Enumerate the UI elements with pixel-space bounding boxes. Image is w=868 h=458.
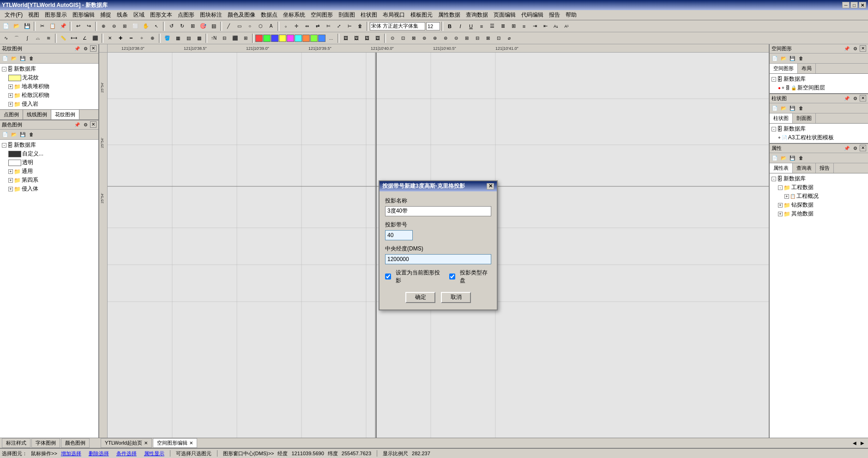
pp-del[interactable]: 🗑 bbox=[27, 54, 36, 63]
tb-spline[interactable]: ⌒ bbox=[12, 33, 22, 43]
tb-color1[interactable] bbox=[255, 35, 263, 42]
color-item2-expand[interactable]: + bbox=[8, 169, 13, 174]
col-pin[interactable]: 📌 bbox=[843, 95, 850, 102]
tb-snap[interactable]: 🎯 bbox=[198, 21, 208, 31]
pattern-tree-root[interactable]: - 🗄 新数据库 bbox=[1, 65, 97, 73]
dialog-name-input[interactable] bbox=[385, 206, 491, 216]
tb-snap7[interactable]: ⊝ bbox=[451, 33, 461, 43]
pattern-panel-pin[interactable]: 📌 bbox=[73, 45, 81, 53]
tab-font-example[interactable]: 字体图例 bbox=[31, 438, 60, 448]
tb-draw-rect[interactable]: ▭ bbox=[234, 21, 244, 31]
tb-zoom-ext[interactable]: ⬜ bbox=[130, 21, 140, 31]
tb-select[interactable]: ↖ bbox=[151, 21, 162, 31]
tb-align-l[interactable]: ≡ bbox=[476, 21, 487, 31]
spatial-root[interactable]: - 🗄 新数据库 bbox=[771, 75, 867, 83]
sp-tab-spatial[interactable]: 空间图形 bbox=[770, 64, 798, 73]
tb-color5[interactable] bbox=[287, 35, 294, 42]
tb-indent[interactable]: ⇥ bbox=[530, 21, 540, 31]
tb-mline[interactable]: ≋ bbox=[43, 33, 54, 43]
attr-item-0[interactable]: - 📁 工程数据 bbox=[777, 183, 867, 192]
tb-color4[interactable] bbox=[279, 35, 286, 42]
tb-rotate-right[interactable]: ↻ bbox=[177, 21, 187, 31]
status-condition-select[interactable]: 条件选择 bbox=[116, 450, 137, 457]
map-canvas[interactable]: 按据带号新建3度高斯-克里格投影 ✕ 投影名称 投影带号 bbox=[108, 53, 769, 438]
col-close[interactable]: ✕ bbox=[860, 95, 866, 101]
status-remove-select[interactable]: 删除选择 bbox=[89, 450, 109, 457]
tb-snap4[interactable]: ⊚ bbox=[419, 33, 429, 43]
tb-paste[interactable]: 📌 bbox=[58, 21, 68, 31]
tab-point-example[interactable]: 点图例 bbox=[0, 110, 23, 119]
tb-snap10[interactable]: ⊠ bbox=[483, 33, 493, 43]
attr-tab-report[interactable]: 报告 bbox=[816, 163, 834, 173]
dialog-checkbox1[interactable] bbox=[385, 274, 391, 280]
attr-item-1[interactable]: + 📁 钻探数据 bbox=[777, 201, 867, 209]
dialog-cancel-btn[interactable]: 取消 bbox=[441, 292, 471, 303]
tb-bezier[interactable]: ∫ bbox=[22, 33, 32, 43]
tb-legend[interactable]: ⊟ bbox=[219, 33, 229, 43]
color-item-4[interactable]: + 📁 侵入体 bbox=[7, 184, 97, 193]
status-add-select[interactable]: 增加选择 bbox=[61, 450, 81, 457]
col-save[interactable]: 💾 bbox=[788, 104, 796, 113]
tab-line-example[interactable]: 线线图例 bbox=[23, 110, 51, 119]
tb-area-m[interactable]: ⬛ bbox=[90, 33, 100, 43]
cp-save[interactable]: 💾 bbox=[18, 131, 27, 139]
color-item4-expand[interactable]: + bbox=[8, 187, 13, 191]
tab-pattern-example[interactable]: 花纹图例 bbox=[51, 110, 79, 119]
pattern-panel-gear[interactable]: ⚙ bbox=[82, 45, 89, 53]
tb-pattern[interactable]: ▩ bbox=[194, 33, 204, 43]
tb-grid2[interactable]: ⊞ bbox=[241, 33, 251, 43]
menu-layout[interactable]: 布局视口 bbox=[380, 10, 408, 20]
sp-tab-layout[interactable]: 布局 bbox=[798, 64, 816, 73]
tb-open[interactable]: 📂 bbox=[12, 21, 22, 31]
tab-ytl-start[interactable]: YTLWorld起始页 ✕ bbox=[101, 438, 152, 448]
attr-pin[interactable]: 📌 bbox=[843, 145, 850, 152]
sp-save[interactable]: 💾 bbox=[788, 54, 796, 63]
tb-cross[interactable]: ✕ bbox=[105, 33, 115, 43]
pp-open[interactable]: 📂 bbox=[10, 54, 18, 63]
tb-pan[interactable]: ✋ bbox=[141, 21, 151, 31]
menu-section[interactable]: 剖面图 bbox=[336, 10, 358, 20]
color-tree-root[interactable]: - 🗄 新数据库 bbox=[1, 141, 97, 149]
menu-report[interactable]: 报告 bbox=[546, 10, 563, 20]
font-selector[interactable] bbox=[370, 22, 425, 30]
menu-attrib[interactable]: 属性数据 bbox=[435, 10, 463, 20]
tb-color9[interactable] bbox=[318, 35, 326, 42]
col-tab-sec[interactable]: 剖面图 bbox=[793, 113, 816, 123]
tb-node[interactable]: ⬦ bbox=[281, 21, 291, 31]
tb-plus[interactable]: ✚ bbox=[115, 33, 126, 43]
status-property-display[interactable]: 属性显示 bbox=[144, 450, 164, 457]
tb-img1[interactable]: 🖼 bbox=[341, 33, 351, 43]
tb-zoom-out[interactable]: ⊖ bbox=[109, 21, 119, 31]
tb-snap5[interactable]: ⊛ bbox=[430, 33, 440, 43]
spatial-root-expand[interactable]: - bbox=[772, 77, 776, 82]
tb-new[interactable]: 📄 bbox=[1, 21, 11, 31]
sp-gear[interactable]: ⚙ bbox=[851, 45, 859, 53]
menu-spatial[interactable]: 空间图形 bbox=[308, 10, 336, 20]
tb-grid[interactable]: ⊞ bbox=[187, 21, 198, 31]
tb-snap8[interactable]: ⊞ bbox=[462, 33, 472, 43]
tb-gradient[interactable]: ▤ bbox=[183, 33, 193, 43]
tab-next[interactable]: ▶ bbox=[859, 440, 866, 447]
menu-capture[interactable]: 捕捉 bbox=[97, 10, 114, 20]
attr-gear[interactable]: ⚙ bbox=[851, 145, 859, 152]
tb-snap12[interactable]: ⌀ bbox=[504, 33, 514, 43]
color-item-0[interactable]: 自定义... bbox=[7, 149, 97, 158]
tb-draw-poly[interactable]: ⬡ bbox=[255, 21, 265, 31]
tb-fill[interactable]: 🪣 bbox=[162, 33, 172, 43]
attr-root[interactable]: - 🗄 新数据库 bbox=[771, 174, 867, 183]
item3-expand[interactable]: + bbox=[8, 102, 13, 107]
menu-display[interactable]: 图形显示 bbox=[42, 10, 70, 20]
cp-del[interactable]: 🗑 bbox=[27, 131, 36, 139]
col-item-0[interactable]: + 📄 A3工程柱状图模板 bbox=[777, 133, 867, 142]
tb-img4[interactable]: 🖼 bbox=[373, 33, 383, 43]
tb-underline[interactable]: U bbox=[466, 21, 476, 31]
menu-view[interactable]: 视图 bbox=[25, 10, 42, 20]
item2-expand[interactable]: + bbox=[8, 93, 13, 98]
tb-color3[interactable] bbox=[271, 35, 278, 42]
tb-table[interactable]: ⊞ bbox=[508, 21, 518, 31]
attr-close[interactable]: ✕ bbox=[860, 145, 866, 151]
attr-expand-0[interactable]: - bbox=[778, 185, 783, 190]
tb-img2[interactable]: 🖼 bbox=[351, 33, 362, 43]
tb-merge[interactable]: ⊕ bbox=[147, 33, 157, 43]
tb-north[interactable]: ↑N bbox=[209, 33, 219, 43]
